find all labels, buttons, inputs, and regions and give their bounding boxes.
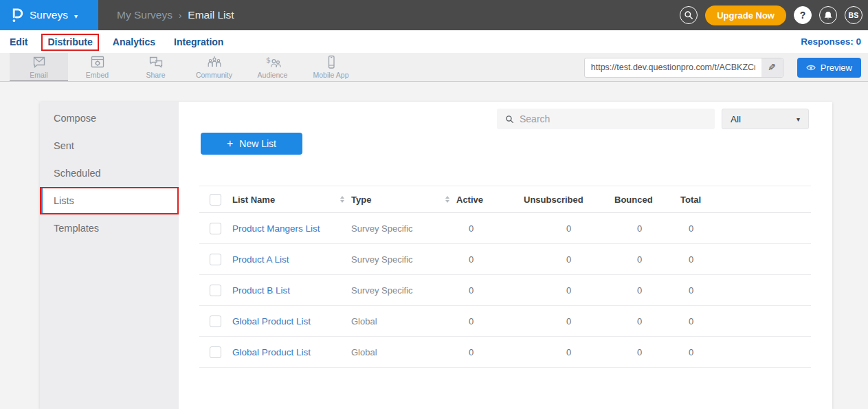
top-bar: Surveys ▾ My Surveys › Email List Upgrad… (0, 0, 868, 30)
list-type: Global (351, 347, 456, 357)
survey-url-input[interactable] (585, 58, 761, 77)
toolbar-tab-share[interactable]: Share (126, 53, 185, 81)
list-type: Survey Specific (351, 285, 456, 296)
select-all-checkbox[interactable] (210, 194, 221, 206)
preview-button[interactable]: Preview (797, 58, 861, 78)
table-row: Global Product List Global 0 0 0 0 (199, 337, 811, 368)
preview-button-label: Preview (821, 63, 852, 73)
new-list-button[interactable]: + New List (201, 133, 302, 155)
svg-text:$: $ (266, 56, 271, 65)
search-button[interactable] (680, 6, 698, 24)
sidebar-item-sent[interactable]: Sent (40, 132, 179, 159)
distribute-toolbar: Email Embed Share (0, 53, 868, 82)
survey-url-field: ✎ (584, 58, 783, 78)
total-count: 0 (680, 347, 742, 357)
lists-content: All ▾ + New List List Name (179, 102, 832, 409)
row-checkbox[interactable] (210, 346, 221, 358)
row-checkbox-cell (199, 223, 232, 234)
chevron-down-icon: ▾ (74, 12, 78, 20)
mobile-app-icon (323, 55, 340, 70)
header-list-name[interactable]: List Name (232, 195, 351, 205)
row-checkbox[interactable] (210, 223, 221, 234)
tab-distribute[interactable]: Distribute (41, 34, 98, 51)
tab-analytics[interactable]: Analytics (113, 36, 155, 47)
new-list-button-label: New List (239, 138, 276, 149)
toolbar-tab-community[interactable]: Community (185, 53, 243, 81)
row-checkbox[interactable] (210, 254, 221, 265)
toolbar-tab-community-label: Community (196, 71, 232, 79)
sidebar-item-compose[interactable]: Compose (40, 104, 179, 132)
tab-distribute-label: Distribute (47, 36, 92, 50)
embed-icon (89, 55, 106, 70)
list-type: Survey Specific (351, 223, 456, 234)
topbar-actions: Upgrade Now ? BS (680, 0, 863, 30)
active-count: 0 (456, 223, 524, 234)
app-root: Surveys ▾ My Surveys › Email List Upgrad… (0, 0, 868, 409)
sidebar-item-templates[interactable]: Templates (40, 214, 179, 242)
list-name-link[interactable]: Product A List (232, 254, 289, 265)
header-unsubscribed: Unsubscribed (524, 195, 614, 205)
type-filter-value: All (731, 114, 741, 124)
sort-icon[interactable] (445, 196, 449, 203)
product-name: Surveys (30, 9, 68, 21)
email-lists-card: Compose Sent Scheduled Lists Templates (40, 102, 832, 409)
row-checkbox[interactable] (210, 285, 221, 296)
search-icon (505, 115, 514, 124)
bounced-count: 0 (614, 347, 680, 357)
breadcrumb-parent[interactable]: My Surveys (117, 9, 173, 21)
sidebar-item-scheduled[interactable]: Scheduled (40, 159, 179, 187)
tab-integration[interactable]: Integration (174, 36, 223, 47)
responses-count[interactable]: Responses: 0 (801, 36, 861, 47)
search-input[interactable] (520, 113, 715, 124)
bounced-count: 0 (614, 285, 680, 296)
list-name-link[interactable]: Product B List (232, 285, 290, 296)
lists-table: List Name Type Active Unsubscribed Bounc… (199, 186, 811, 368)
sort-icon[interactable] (340, 196, 344, 203)
search-icon (684, 10, 693, 20)
unsubscribed-count: 0 (524, 347, 614, 357)
sidebar-item-lists[interactable]: Lists (40, 187, 179, 214)
toolbar-tab-embed[interactable]: Embed (68, 53, 126, 81)
list-name-link[interactable]: Global Product List (232, 347, 311, 357)
toolbar-tab-email-label: Email (30, 71, 47, 79)
unsubscribed-count: 0 (524, 285, 614, 296)
active-count: 0 (456, 347, 524, 357)
upgrade-now-button[interactable]: Upgrade Now (705, 5, 786, 25)
table-body: Product Mangers List Survey Specific 0 0… (199, 213, 811, 368)
breadcrumb-current: Email List (188, 9, 234, 21)
active-count: 0 (456, 316, 524, 327)
row-checkbox-cell (199, 285, 232, 296)
header-type[interactable]: Type (351, 195, 456, 205)
help-button[interactable]: ? (794, 6, 812, 24)
list-name-link[interactable]: Product Mangers List (232, 223, 320, 234)
toolbar-tab-mobile-app-label: Mobile App (313, 71, 349, 79)
pencil-icon: ✎ (768, 62, 776, 73)
bounced-count: 0 (614, 316, 680, 327)
tab-edit[interactable]: Edit (10, 36, 27, 47)
eye-icon (806, 64, 816, 71)
unsubscribed-count: 0 (524, 254, 614, 265)
edit-url-button[interactable]: ✎ (761, 58, 783, 77)
toolbar-tab-audience[interactable]: $ Audience (243, 53, 302, 81)
list-name-link[interactable]: Global Product List (232, 316, 311, 327)
total-count: 0 (680, 285, 742, 296)
header-bounced: Bounced (614, 195, 680, 205)
row-checkbox[interactable] (210, 316, 221, 327)
toolbar-tab-email[interactable]: Email (10, 53, 68, 81)
toolbar-tab-share-label: Share (146, 71, 165, 79)
community-icon (205, 55, 223, 70)
product-switcher[interactable]: Surveys ▾ (0, 0, 98, 30)
notifications-button[interactable] (819, 6, 837, 24)
toolbar-tab-embed-label: Embed (86, 71, 109, 79)
toolbar-tab-mobile-app[interactable]: Mobile App (302, 53, 360, 81)
header-list-name-label: List Name (232, 195, 275, 205)
list-type: Survey Specific (351, 254, 456, 265)
filters-row: All ▾ (179, 109, 832, 129)
unsubscribed-count: 0 (524, 316, 614, 327)
question-mark-icon: ? (800, 10, 806, 21)
user-avatar[interactable]: BS (845, 6, 863, 24)
type-filter-dropdown[interactable]: All ▾ (722, 109, 809, 129)
breadcrumb: My Surveys › Email List (117, 9, 234, 21)
bounced-count: 0 (614, 254, 680, 265)
email-sidebar: Compose Sent Scheduled Lists Templates (40, 102, 179, 409)
